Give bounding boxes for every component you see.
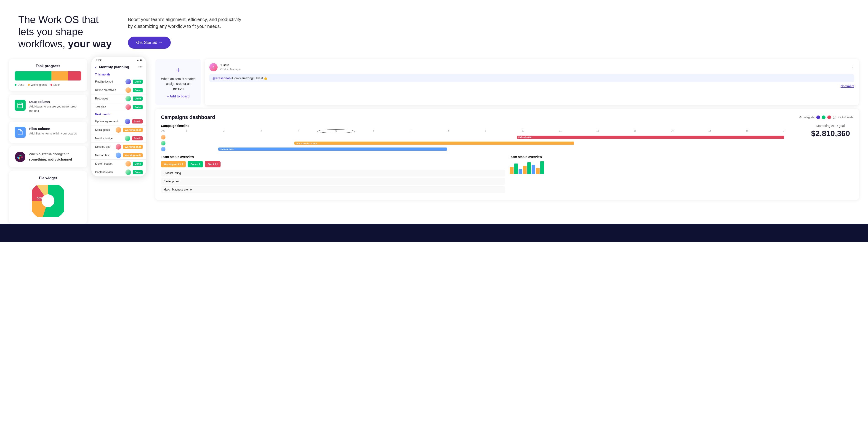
- comment-action[interactable]: Comment: [209, 84, 854, 88]
- commenter-avatar: J: [209, 63, 218, 72]
- timeline-bar-fall: Fall collection: [517, 136, 784, 139]
- team-status-left-card: Team status overview Working on it / 2 D…: [161, 155, 505, 194]
- hero-right: Boost your team's alignment, efficiency,…: [128, 14, 850, 49]
- dashboard-title: Campaigns dashboard: [161, 114, 215, 120]
- add-to-board-card: + When an item is created assign creator…: [155, 59, 201, 105]
- arr-goal-label: Marketing ARR goal: [808, 124, 854, 128]
- timeline-row-vegan: New vegan ice cream: [161, 141, 803, 145]
- progress-bar: [14, 72, 81, 81]
- comment-card: J Justin Product Manager ⋮ @Prasannah it…: [205, 59, 859, 105]
- progress-legend: Done Working on it Stuck: [14, 83, 81, 86]
- timeline-bar-area-lowcost: Low cost deals: [167, 147, 803, 151]
- phone-row-finalize: Finalize kickoff Done: [91, 78, 146, 86]
- timeline-bar-area-vegan: New vegan ice cream: [167, 141, 803, 145]
- legend-dot-working: [28, 84, 30, 86]
- files-icon: [17, 129, 23, 135]
- avatar-lowcost: [161, 147, 165, 151]
- pill-working: Working on it / 2: [161, 161, 186, 167]
- phone-row-kickoff: Kickoff budget Done: [91, 160, 146, 168]
- bar-1: [510, 167, 514, 174]
- hero-left: The Work OS that lets you shape workflow…: [18, 14, 114, 50]
- bar-7: [536, 168, 539, 174]
- commenter-role: Product Manager: [220, 68, 241, 71]
- date-column-feature: Date column Add dates to ensure you neve…: [14, 100, 81, 113]
- phone-next-month-label: Next month: [91, 111, 146, 117]
- bar-6: [532, 165, 535, 174]
- svg-rect-5: [18, 157, 19, 159]
- automate-label[interactable]: 7 / Automate: [838, 116, 854, 119]
- bar-4: [523, 166, 527, 174]
- team-status-right-card: Team status overview: [509, 155, 854, 194]
- status-item-product: Product listing: [161, 170, 505, 176]
- comment-header: J Justin Product Manager ⋮: [209, 63, 854, 72]
- hero-subtitle: Boost your team's alignment, efficiency,…: [128, 16, 242, 30]
- commenter-info: Justin Product Manager: [220, 63, 241, 71]
- legend-label-stuck: Stuck: [54, 83, 60, 86]
- phone-more-button[interactable]: •••: [138, 65, 143, 69]
- arr-goal: Marketing ARR goal $2,810,360: [808, 124, 854, 151]
- right-top: + When an item is created assign creator…: [155, 59, 859, 105]
- progress-done: [14, 72, 52, 81]
- status-update: Stuck: [132, 119, 143, 123]
- avatar-update: [125, 119, 130, 124]
- pie-title: Pie widget: [14, 176, 81, 180]
- status-finalize: Done: [133, 80, 143, 84]
- arr-goal-value: $2,810,360: [808, 129, 854, 138]
- timeline-rows: Fall collection New vegan ice cream: [161, 135, 803, 151]
- phone-back-button[interactable]: ‹: [95, 64, 97, 70]
- avatar-resources: [125, 96, 131, 101]
- status-refine: Done: [133, 88, 143, 92]
- task-progress-card: Task progress Done Working on it: [9, 59, 87, 91]
- status-item-easter: Easter promo: [161, 178, 505, 185]
- dashboard-body: Campaign timeline Dec 1 2 3 4 5 6 7 8 9: [161, 124, 854, 151]
- comment-mention: @Prasannah: [213, 76, 230, 80]
- comment-more-button[interactable]: ⋮: [850, 65, 854, 70]
- avatar-kickoff: [125, 161, 131, 167]
- legend-working: Working on it: [28, 83, 47, 86]
- phone-mockup: 09:41 ▲ ■ ‹ Monthly planning ••• This mo…: [91, 57, 146, 176]
- date-column-card: Date column Add dates to ensure you neve…: [9, 95, 87, 118]
- timeline-dates: Dec 1 2 3 4 5 6 7 8 9 10 11 12: [161, 130, 803, 133]
- pie-container: 55%: [14, 185, 81, 217]
- bar-chart-mini: [509, 161, 854, 175]
- svg-point-4: [15, 152, 25, 162]
- status-content: Done: [133, 170, 143, 174]
- integrate-label[interactable]: Integrate: [804, 116, 814, 119]
- status-newad: Working on it: [123, 153, 143, 157]
- bar-3: [519, 169, 522, 174]
- phone-signal: ▲ ■: [137, 59, 142, 62]
- date-column-title: Date column: [29, 100, 81, 104]
- color-circle-green: [822, 115, 826, 119]
- hero-title: The Work OS that lets you shape workflow…: [18, 14, 114, 50]
- timeline-bar-lowcost: Low cost deals: [218, 147, 447, 151]
- avatar-fall: [161, 135, 165, 140]
- svg-point-14: [41, 194, 54, 207]
- team-status-section: Team status overview Working on it / 2 D…: [161, 155, 854, 194]
- avatar-develop: [116, 144, 121, 149]
- timeline-row-lowcost: Low cost deals: [161, 147, 803, 151]
- date-column-text: Date column Add dates to ensure you neve…: [29, 100, 81, 113]
- svg-rect-6: [17, 157, 18, 158]
- hero-title-bold: your way: [68, 38, 112, 49]
- svg-rect-7: [20, 155, 22, 157]
- phone-area: 09:41 ▲ ■ ‹ Monthly planning ••• This mo…: [91, 57, 151, 176]
- avatar-newad: [116, 152, 121, 158]
- progress-working: [52, 72, 68, 81]
- svg-rect-8: [19, 157, 20, 160]
- right-area: + When an item is created assign creator…: [155, 59, 859, 200]
- integrate-icon: ⚙: [799, 116, 802, 119]
- status-resources: Done: [133, 96, 143, 101]
- files-column-description: Add files to items within your boards: [29, 132, 77, 136]
- avatar-testplan: [125, 104, 131, 110]
- legend-label-done: Done: [18, 83, 24, 86]
- phone-status-bar: 09:41 ▲ ■: [91, 57, 146, 63]
- status-pills: Working on it / 2 Done / 2 Stuck / 1: [161, 161, 505, 167]
- phone-row-newad: New ad test Working on it: [91, 151, 146, 160]
- add-board-link[interactable]: + Add to board: [167, 94, 190, 98]
- timeline-bar-area-fall: Fall collection: [167, 135, 803, 139]
- cta-button[interactable]: Get Started →: [128, 36, 171, 49]
- phone-this-month-label: This month: [91, 72, 146, 78]
- widgets-area: Task progress Done Working on it: [0, 50, 868, 223]
- color-circle-purple: [816, 115, 820, 119]
- dashboard-actions: ⚙ Integrate 💬 7 / Automate: [799, 115, 854, 119]
